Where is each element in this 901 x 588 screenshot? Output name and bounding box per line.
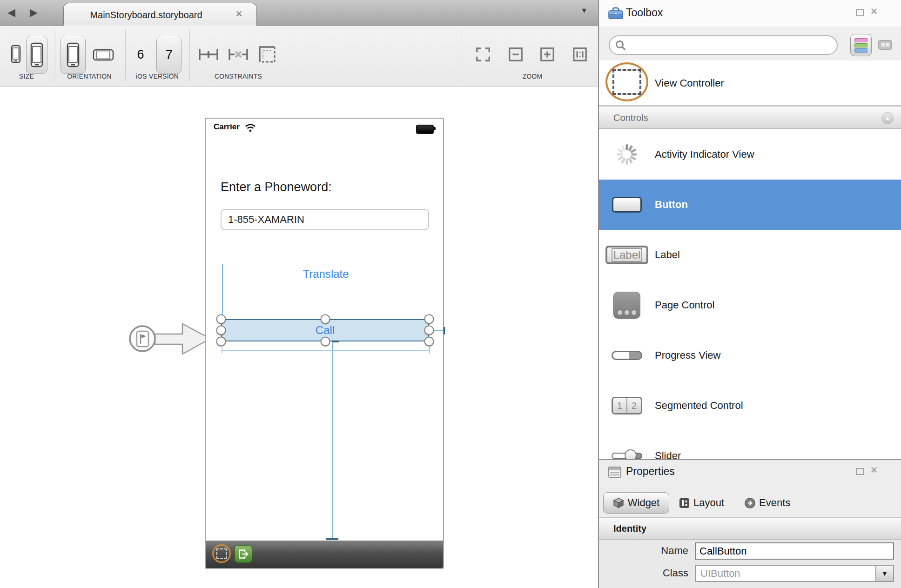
category-pink-bar bbox=[854, 38, 867, 42]
status-bar-carrier: Carrier bbox=[214, 122, 240, 132]
ios-version-7-button[interactable]: 7 bbox=[156, 36, 182, 74]
orientation-landscape-button[interactable] bbox=[92, 48, 114, 62]
list-item-label: Slider bbox=[655, 431, 681, 459]
category-view-button[interactable] bbox=[850, 34, 872, 56]
resize-handle-mid-left[interactable] bbox=[216, 326, 226, 335]
add-constraint-button[interactable] bbox=[197, 45, 220, 64]
close-icon[interactable]: ✕ bbox=[870, 6, 878, 17]
properties-panel: Properties ✕ Widget bbox=[599, 459, 901, 588]
button-icon bbox=[612, 197, 642, 213]
list-item-label: Activity Indicator View bbox=[655, 129, 754, 180]
list-item-activity-indicator[interactable]: Activity Indicator View bbox=[599, 129, 901, 180]
label-icon: Label bbox=[605, 246, 648, 264]
events-icon bbox=[745, 498, 755, 508]
class-combo[interactable]: UIButton ▼ bbox=[695, 565, 894, 582]
resize-handle-top-right[interactable] bbox=[424, 314, 434, 324]
scene-bottom-bar bbox=[206, 541, 443, 568]
battery-icon bbox=[416, 125, 434, 134]
tab-list-dropdown-icon[interactable]: ▼ bbox=[580, 7, 588, 15]
phone-design-surface[interactable]: Carrier Enter a Phoneword: 1-855-XAMARIN… bbox=[205, 118, 444, 569]
phoneword-prompt-label[interactable]: Enter a Phoneword: bbox=[221, 180, 332, 194]
clear-constraints-button[interactable] bbox=[227, 45, 249, 64]
identity-form: Name Class UIButton ▼ bbox=[599, 540, 901, 588]
tab-close-icon[interactable]: ✕ bbox=[235, 9, 242, 19]
list-item-label-control[interactable]: Label Label bbox=[599, 230, 901, 280]
view-controller-icon[interactable] bbox=[212, 544, 231, 563]
page-control-icon bbox=[613, 292, 640, 319]
zoom-actual-size-icon bbox=[572, 47, 588, 62]
view-controller-ellipse-icon bbox=[605, 62, 648, 101]
search-input[interactable] bbox=[609, 35, 838, 55]
tab-events[interactable]: Events bbox=[745, 492, 790, 514]
class-combo-dropdown-button[interactable]: ▼ bbox=[875, 566, 893, 581]
identity-section-label: Identity bbox=[613, 518, 646, 540]
app-root: ◀ ▶ MainStoryboard.storyboard ✕ ▼ bbox=[0, 0, 901, 588]
resize-handle-mid-right[interactable] bbox=[424, 326, 434, 335]
zoom-in-button[interactable] bbox=[538, 45, 557, 64]
list-item-page-control[interactable]: Page Control bbox=[599, 280, 901, 330]
toolbox-view-controller-row[interactable]: View Controller bbox=[599, 60, 901, 106]
forward-icon[interactable]: ▶ bbox=[30, 7, 38, 19]
constraint-tick-right bbox=[444, 327, 445, 334]
size-small-phone-button[interactable] bbox=[9, 43, 22, 65]
ios-version-6-button[interactable]: 6 bbox=[134, 44, 147, 65]
toolbox-icon bbox=[608, 7, 623, 20]
tab-widget[interactable]: Widget bbox=[603, 492, 669, 514]
close-icon[interactable]: ✕ bbox=[870, 465, 878, 475]
width-span-line bbox=[222, 350, 430, 351]
toolbar-divider bbox=[189, 29, 190, 81]
properties-icon bbox=[608, 467, 621, 478]
size-large-phone-button[interactable] bbox=[26, 36, 47, 74]
update-frames-button[interactable] bbox=[257, 45, 277, 64]
list-item-slider[interactable]: Slider bbox=[599, 431, 901, 459]
resize-handle-bottom-right[interactable] bbox=[424, 337, 434, 347]
ios-version-label: iOS VERSION bbox=[129, 72, 185, 80]
tab-mainstoryboard[interactable]: MainStoryboard.storyboard ✕ bbox=[63, 3, 257, 26]
constraint-tick-bottom bbox=[332, 341, 339, 342]
dock-icon[interactable] bbox=[856, 9, 864, 16]
tab-layout-label: Layout bbox=[693, 497, 724, 509]
resize-handle-top-left[interactable] bbox=[216, 314, 226, 324]
design-canvas[interactable]: Carrier Enter a Phoneword: 1-855-XAMARIN… bbox=[0, 87, 598, 588]
translate-button[interactable]: Translate bbox=[291, 267, 361, 281]
list-item-segmented-control[interactable]: 1 2 Segmented Control bbox=[599, 381, 901, 431]
category-green-bar bbox=[854, 43, 867, 47]
editor-pane: ◀ ▶ MainStoryboard.storyboard ✕ ▼ bbox=[0, 0, 598, 588]
exit-segue-icon[interactable] bbox=[235, 545, 252, 563]
cube-icon bbox=[613, 497, 624, 508]
orientation-label: ORIENTATION bbox=[61, 72, 118, 80]
slider-icon bbox=[612, 449, 642, 459]
zoom-fit-button[interactable] bbox=[474, 45, 492, 64]
name-input[interactable] bbox=[695, 542, 894, 560]
size-label: SIZE bbox=[8, 72, 45, 80]
constraint-vline-left bbox=[222, 264, 223, 320]
toolbox-title: Toolbox bbox=[626, 7, 663, 19]
resize-handle-top-center[interactable] bbox=[321, 314, 330, 324]
controls-section-header[interactable]: Controls ▲ bbox=[599, 107, 901, 129]
activity-indicator-icon bbox=[615, 142, 639, 167]
phone-number-field[interactable]: 1-855-XAMARIN bbox=[221, 209, 429, 230]
list-item-progress-view[interactable]: Progress View bbox=[599, 330, 901, 381]
constraint-vline-center bbox=[332, 342, 333, 539]
back-icon[interactable]: ◀ bbox=[7, 7, 15, 19]
update-frames-icon bbox=[258, 46, 276, 63]
segue-entry-arrow[interactable] bbox=[128, 321, 213, 356]
toolbox-list: Activity Indicator View Button Label Lab… bbox=[599, 129, 901, 459]
zoom-out-button[interactable] bbox=[506, 45, 525, 64]
tab-layout[interactable]: Layout bbox=[679, 492, 724, 514]
zoom-actual-size-button[interactable] bbox=[571, 45, 589, 64]
phone-landscape-icon bbox=[93, 49, 114, 61]
phone-large-icon bbox=[30, 42, 43, 67]
orientation-portrait-button[interactable] bbox=[61, 36, 86, 74]
compact-view-button[interactable] bbox=[878, 40, 892, 50]
right-dock: Toolbox ✕ View Controller Controls ▲ bbox=[598, 0, 901, 588]
list-item-label: Label bbox=[655, 230, 680, 280]
dock-icon[interactable] bbox=[856, 468, 864, 475]
class-field-label: Class bbox=[599, 567, 688, 579]
collapse-icon[interactable]: ▲ bbox=[881, 112, 894, 124]
toolbar-divider bbox=[55, 29, 55, 81]
resize-handle-bottom-center[interactable] bbox=[321, 337, 330, 347]
properties-title: Properties bbox=[626, 465, 675, 478]
list-item-button[interactable]: Button bbox=[599, 180, 901, 230]
resize-handle-bottom-left[interactable] bbox=[216, 337, 226, 347]
